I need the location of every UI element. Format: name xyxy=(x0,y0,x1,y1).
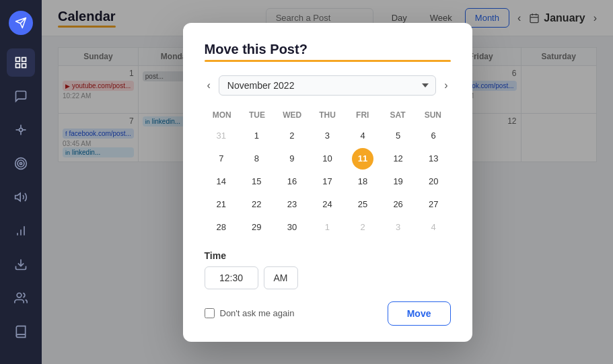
main-content: Calendar Day Week Month ‹ January › Sund… xyxy=(42,0,613,364)
mini-cal-grid: 31 1 2 3 4 5 6 7 8 9 10 11 12 13 14 15 1 xyxy=(205,125,451,238)
time-input[interactable] xyxy=(205,266,258,289)
sidebar-item-download[interactable] xyxy=(7,250,35,279)
mini-cal-day-15[interactable]: 15 xyxy=(246,171,267,192)
svg-point-4 xyxy=(20,129,23,132)
mini-cal-day-17[interactable]: 17 xyxy=(316,171,338,192)
svg-rect-0 xyxy=(16,58,20,62)
modal-footer: Don't ask me again Move xyxy=(205,301,451,326)
mini-cal-day-3[interactable]: 3 xyxy=(316,125,338,147)
sidebar-item-dashboard[interactable] xyxy=(7,48,35,77)
mini-cal-day-30[interactable]: 30 xyxy=(281,217,303,238)
mini-cal-day-28[interactable]: 28 xyxy=(211,217,232,238)
time-section: Time AM xyxy=(205,250,451,289)
dow-thu: THU xyxy=(310,108,345,122)
modal-overlay: Move this Post? ‹ November 2022 December… xyxy=(42,0,613,364)
sidebar-logo[interactable] xyxy=(9,11,33,35)
modal-title: Move this Post? xyxy=(205,42,451,57)
mini-cal-day-23[interactable]: 23 xyxy=(281,194,303,215)
dow-wed: WED xyxy=(275,108,310,122)
mini-cal-day-1[interactable]: 1 xyxy=(246,125,267,147)
dont-ask-label: Don't ask me again xyxy=(220,308,295,318)
mini-cal-day-19[interactable]: 19 xyxy=(388,171,409,192)
sidebar-item-target[interactable] xyxy=(7,149,35,178)
month-dropdown[interactable]: November 2022 December 2022 January 2023 xyxy=(219,75,436,96)
svg-marker-12 xyxy=(15,193,21,201)
sidebar-item-users[interactable] xyxy=(7,284,35,312)
mini-cal-day-25[interactable]: 25 xyxy=(352,194,373,215)
move-button[interactable]: Move xyxy=(388,301,451,326)
mini-cal-day-2[interactable]: 2 xyxy=(281,125,303,147)
mini-cal-day-13[interactable]: 13 xyxy=(423,148,444,170)
dow-fri: FRI xyxy=(345,108,380,122)
mini-cal-day-31[interactable]: 31 xyxy=(211,125,232,147)
mini-cal-day-ov2[interactable]: 2 xyxy=(352,217,373,238)
sidebar-item-books[interactable] xyxy=(7,318,35,346)
mini-cal-day-22[interactable]: 22 xyxy=(246,194,267,215)
month-prev-btn[interactable]: ‹ xyxy=(205,78,213,93)
mini-cal-day-ov3[interactable]: 3 xyxy=(388,217,409,238)
mini-cal-day-6[interactable]: 6 xyxy=(423,125,444,147)
mini-cal-day-10[interactable]: 10 xyxy=(316,148,338,170)
svg-rect-2 xyxy=(16,64,20,68)
mini-cal-day-7[interactable]: 7 xyxy=(211,148,232,170)
sidebar-item-messages[interactable] xyxy=(7,82,35,110)
mini-cal-day-29[interactable]: 29 xyxy=(246,217,267,238)
svg-point-17 xyxy=(17,293,22,298)
modal-title-underline xyxy=(205,60,451,62)
mini-cal-day-ov4[interactable]: 4 xyxy=(423,217,444,238)
svg-rect-3 xyxy=(22,64,26,68)
dow-tue: TUE xyxy=(240,108,275,122)
mini-cal-header: MON TUE WED THU FRI SAT SUN xyxy=(205,108,451,122)
mini-cal-day-27[interactable]: 27 xyxy=(423,194,444,215)
mini-cal-day-12[interactable]: 12 xyxy=(388,148,409,170)
svg-point-11 xyxy=(20,162,22,164)
time-controls: AM xyxy=(205,266,451,289)
mini-cal-day-18[interactable]: 18 xyxy=(352,171,373,192)
svg-point-10 xyxy=(17,160,24,167)
sidebar-item-barchart[interactable] xyxy=(7,217,35,245)
month-next-btn[interactable]: › xyxy=(441,78,450,93)
ampm-btn[interactable]: AM xyxy=(264,266,298,289)
mini-cal-day-9[interactable]: 9 xyxy=(281,148,303,170)
mini-cal-day-20[interactable]: 20 xyxy=(423,171,444,192)
month-selector: ‹ November 2022 December 2022 January 20… xyxy=(205,75,451,96)
sidebar-item-analytics[interactable] xyxy=(7,116,35,144)
mini-cal-day-5[interactable]: 5 xyxy=(388,125,409,147)
dont-ask-container: Don't ask me again xyxy=(205,308,295,318)
mini-cal-day-4[interactable]: 4 xyxy=(352,125,373,147)
dow-sat: SAT xyxy=(380,108,415,122)
dow-mon: MON xyxy=(205,108,240,122)
mini-calendar: MON TUE WED THU FRI SAT SUN 31 1 2 3 4 5… xyxy=(205,108,451,238)
dont-ask-checkbox[interactable] xyxy=(205,308,215,318)
mini-cal-day-24[interactable]: 24 xyxy=(316,194,338,215)
mini-cal-day-26[interactable]: 26 xyxy=(388,194,409,215)
mini-cal-day-11[interactable]: 11 xyxy=(352,148,373,170)
modal: Move this Post? ‹ November 2022 December… xyxy=(183,23,472,342)
sidebar xyxy=(0,0,42,364)
mini-cal-day-16[interactable]: 16 xyxy=(281,171,303,192)
mini-cal-day-8[interactable]: 8 xyxy=(246,148,267,170)
dow-sun: SUN xyxy=(415,108,450,122)
mini-cal-day-21[interactable]: 21 xyxy=(211,194,232,215)
mini-cal-day-ov1[interactable]: 1 xyxy=(316,217,338,238)
svg-rect-1 xyxy=(22,58,26,62)
sidebar-item-megaphone[interactable] xyxy=(7,183,35,211)
time-label: Time xyxy=(205,250,451,261)
mini-cal-day-14[interactable]: 14 xyxy=(211,171,232,192)
